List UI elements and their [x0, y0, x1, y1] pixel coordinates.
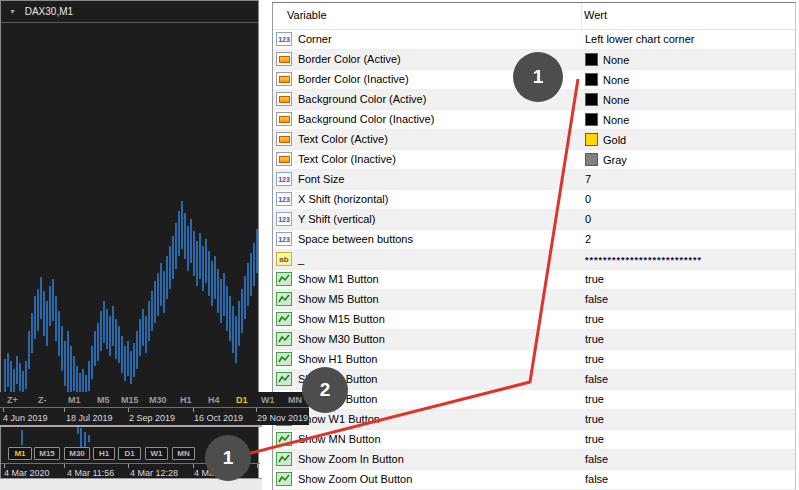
table-row[interactable]: Text Color (Active)Gold	[273, 130, 795, 150]
numeric-param-icon: 123	[276, 212, 292, 226]
color-swatch	[585, 73, 598, 86]
param-label: Border Color (Inactive)	[298, 73, 409, 85]
timeframe-label-w1[interactable]: W1	[261, 395, 275, 405]
param-value: true	[585, 413, 604, 425]
timeframe-button-m30[interactable]: M30	[64, 447, 90, 460]
param-value: None	[585, 73, 629, 86]
param-label: Show H1 Button	[298, 353, 378, 365]
table-row[interactable]: Show W1 Buttontrue	[273, 410, 795, 430]
timeframe-label-m1[interactable]: M1	[68, 395, 81, 405]
top-time-axis: 4 Jun 201918 Jul 20192 Sep 201916 Oct 20…	[0, 407, 309, 425]
param-label: Show W1 Button	[298, 413, 380, 425]
param-value: 7	[585, 173, 591, 185]
timeframe-button-h1[interactable]: H1	[93, 447, 115, 460]
axis-label: 4 Mar 12:28	[130, 468, 178, 478]
param-label: Show Zoom Out Button	[298, 473, 412, 485]
table-row[interactable]: Show M15 Buttontrue	[273, 310, 795, 330]
timeframe-label-h1[interactable]: H1	[180, 395, 192, 405]
timeframe-label-d1[interactable]: D1	[236, 395, 248, 405]
param-value: 0	[585, 193, 591, 205]
timeframe-button-m15[interactable]: M15	[34, 447, 60, 460]
column-header-variable: Variable	[287, 9, 327, 21]
table-row[interactable]: Show Zoom Out Buttonfalse	[273, 470, 795, 490]
table-row[interactable]: 123CornerLeft lower chart corner	[273, 30, 795, 50]
param-label: Show MN Button	[298, 433, 381, 445]
param-value: true	[585, 313, 604, 325]
color-swatch	[585, 53, 598, 66]
bool-param-icon	[276, 472, 292, 486]
timeframe-button-m1[interactable]: M1	[8, 447, 32, 460]
timeframe-label-m15[interactable]: M15	[121, 395, 139, 405]
param-label: Background Color (Inactive)	[298, 113, 434, 125]
param-label: _	[298, 253, 304, 265]
bool-param-icon	[276, 372, 292, 386]
param-label: Font Size	[298, 173, 344, 185]
timeframe-button-mn[interactable]: MN	[172, 447, 195, 460]
bool-param-icon	[276, 352, 292, 366]
table-row[interactable]: Show M30 Buttontrue	[273, 330, 795, 350]
table-header: Variable Wert	[273, 3, 795, 30]
param-label: Text Color (Active)	[298, 133, 388, 145]
timeframe-button-d1[interactable]: D1	[118, 447, 141, 460]
numeric-param-icon: 123	[276, 232, 292, 246]
param-label: Show M5 Button	[298, 293, 379, 305]
text-param-icon: ab	[276, 252, 292, 266]
param-value: None	[585, 113, 629, 126]
axis-tick	[256, 408, 257, 412]
axis-tick	[193, 408, 194, 412]
param-label: Corner	[298, 33, 332, 45]
param-label: Background Color (Active)	[298, 93, 426, 105]
color-param-icon	[276, 112, 292, 126]
axis-label: 16 Oct 2019	[194, 413, 243, 423]
timeframe-label-h4[interactable]: H4	[208, 395, 220, 405]
timeframe-label-z+[interactable]: Z+	[7, 395, 18, 405]
table-row[interactable]: Background Color (Inactive)None	[273, 110, 795, 130]
axis-tick	[257, 464, 258, 468]
axis-tick	[128, 464, 129, 468]
table-row[interactable]: Show M1 Buttontrue	[273, 270, 795, 290]
param-label: X Shift (horizontal)	[298, 193, 388, 205]
table-row[interactable]: 123X Shift (horizontal)0	[273, 190, 795, 210]
chart-split-divider	[0, 425, 262, 427]
color-swatch	[585, 113, 598, 126]
timeframe-label-z-[interactable]: Z-	[38, 395, 47, 405]
callout-badge-1: 1	[205, 435, 251, 481]
column-header-value: Wert	[584, 9, 607, 21]
table-row[interactable]: Show D1 Buttontrue	[273, 390, 795, 410]
table-row[interactable]: Show Zoom In Buttonfalse	[273, 450, 795, 470]
table-row[interactable]: 123Y Shift (vertical)0	[273, 210, 795, 230]
param-value: true	[585, 433, 604, 445]
param-label: Show Zoom In Button	[298, 453, 404, 465]
timeframe-label-m30[interactable]: M30	[149, 395, 167, 405]
axis-tick	[3, 408, 4, 412]
param-value: Left lower chart corner	[585, 33, 694, 45]
param-value: **************************	[585, 255, 702, 265]
timeframe-label-m5[interactable]: M5	[97, 395, 110, 405]
bool-param-icon	[276, 292, 292, 306]
param-label: Show M1 Button	[298, 273, 379, 285]
param-value: false	[585, 373, 608, 385]
axis-label: 2 Sep 2019	[129, 413, 175, 423]
table-row[interactable]: 123Font Size7	[273, 170, 795, 190]
param-value: Gold	[585, 133, 626, 146]
color-param-icon	[276, 92, 292, 106]
param-label: Show M15 Button	[298, 313, 385, 325]
numeric-param-icon: 123	[276, 32, 292, 46]
timeframe-label-mn[interactable]: MN	[288, 395, 302, 405]
table-row[interactable]: 123Space between buttons2	[273, 230, 795, 250]
screenshot-root: Variable Wert 123CornerLeft lower chart …	[0, 0, 799, 490]
param-value: true	[585, 393, 604, 405]
axis-tick	[128, 408, 129, 412]
timeframe-button-w1[interactable]: W1	[145, 447, 168, 460]
table-row[interactable]: Show MN Buttontrue	[273, 430, 795, 450]
param-value: true	[585, 273, 604, 285]
bool-param-icon	[276, 272, 292, 286]
bool-param-icon	[276, 452, 292, 466]
table-row[interactable]: Show H1 Buttontrue	[273, 350, 795, 370]
table-row[interactable]: Show M5 Buttonfalse	[273, 290, 795, 310]
color-swatch	[585, 153, 598, 166]
table-row[interactable]: Text Color (Inactive)Gray	[273, 150, 795, 170]
table-row[interactable]: Show H4 Buttonfalse	[273, 370, 795, 390]
table-row[interactable]: ab_**************************	[273, 250, 795, 270]
param-value: None	[585, 53, 629, 66]
